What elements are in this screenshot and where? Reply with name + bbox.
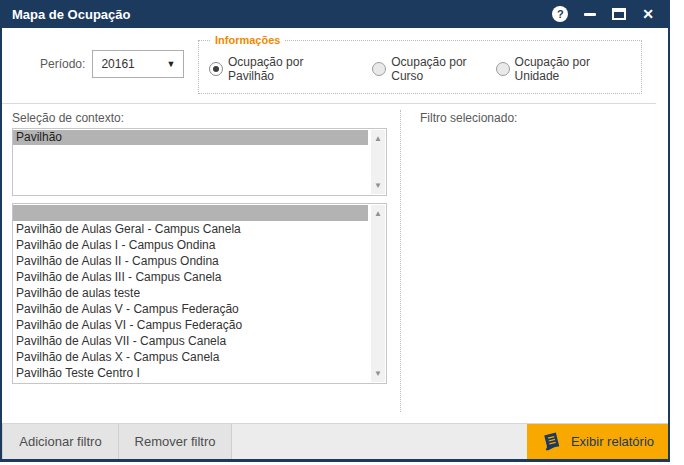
- list-item[interactable]: Pavilhão de Aulas Geral - Campus Canela: [13, 221, 368, 237]
- period-label: Período:: [40, 57, 85, 71]
- title-bar: Mapa de Ocupação ? ✕: [2, 0, 668, 28]
- context-type-listbox[interactable]: Pavilhão ▲ ▼: [12, 128, 387, 196]
- scroll-down-icon[interactable]: ▼: [371, 181, 385, 190]
- restore-icon[interactable]: [612, 8, 626, 20]
- radio-label: Ocupação por Unidade: [515, 55, 631, 83]
- list-item[interactable]: [13, 205, 368, 221]
- list-item[interactable]: Pavilhão de Aulas VII - Campus Canela: [13, 333, 368, 349]
- scroll-up-icon[interactable]: ▲: [371, 134, 385, 143]
- report-document-icon: [539, 429, 563, 453]
- list-item[interactable]: Pavilhão de aulas teste: [13, 285, 368, 301]
- chevron-down-icon: ▼: [166, 59, 175, 69]
- list-item[interactable]: Pavilhão de Aulas X - Campus Canela: [13, 349, 368, 365]
- scrollbar[interactable]: ▲ ▼: [369, 130, 385, 194]
- radio-label: Ocupação por Curso: [391, 55, 495, 83]
- list-item[interactable]: Pavilhão de Aulas VI - Campus Federação: [13, 317, 368, 333]
- show-report-label: Exibir relatório: [571, 434, 654, 449]
- list-item[interactable]: Pavilhão: [13, 130, 368, 145]
- context-selection-label: Seleção de contexto:: [12, 111, 124, 125]
- radio-icon: [496, 62, 510, 76]
- informacoes-legend: Informações: [211, 34, 284, 46]
- list-item[interactable]: Pavilhão de Aulas I - Campus Ondina: [13, 237, 368, 253]
- scroll-down-icon[interactable]: ▼: [371, 369, 385, 378]
- help-icon[interactable]: ?: [552, 6, 568, 22]
- show-report-button[interactable]: Exibir relatório: [527, 424, 668, 459]
- header-section: Período: 20161 ▼ Informações Ocupação po…: [2, 28, 656, 104]
- period-select[interactable]: 20161 ▼: [92, 50, 184, 78]
- scrollbar[interactable]: ▲ ▼: [369, 205, 385, 382]
- radio-option[interactable]: Ocupação por Curso: [372, 55, 495, 83]
- footer-bar: Adicionar filtro Remover filtro Exibir r…: [2, 423, 668, 459]
- report-type-radios: Ocupação por Pavilhão Ocupação por Curso…: [209, 55, 631, 83]
- main-section: Seleção de contexto: Filtro selecionado:…: [2, 104, 668, 423]
- list-item[interactable]: Pavilhão de Aulas III - Campus Canela: [13, 269, 368, 285]
- radio-icon: [209, 62, 223, 76]
- add-filter-button[interactable]: Adicionar filtro: [2, 424, 119, 459]
- vertical-separator: [400, 110, 401, 412]
- window-title: Mapa de Ocupação: [2, 7, 552, 22]
- minimize-icon[interactable]: [584, 13, 596, 16]
- remove-filter-button[interactable]: Remover filtro: [119, 424, 232, 459]
- list-item[interactable]: Pavilhão Teste Centro I: [13, 365, 368, 381]
- list-item[interactable]: Pavilhão de Aulas II - Campus Ondina: [13, 253, 368, 269]
- scroll-up-icon[interactable]: ▲: [371, 209, 385, 218]
- pavilions-listbox[interactable]: Pavilhão de Aulas Geral - Campus Canela …: [12, 203, 387, 384]
- radio-option[interactable]: Ocupação por Unidade: [496, 55, 631, 83]
- mapa-ocupacao-dialog: Mapa de Ocupação ? ✕ Período: 20161 ▼ In…: [0, 0, 670, 462]
- informacoes-fieldset: Informações Ocupação por Pavilhão Ocupaç…: [198, 34, 642, 94]
- radio-option[interactable]: Ocupação por Pavilhão: [209, 55, 340, 83]
- radio-icon: [372, 62, 386, 76]
- selected-filter-label: Filtro selecionado:: [420, 111, 517, 125]
- radio-label: Ocupação por Pavilhão: [228, 55, 340, 83]
- list-item[interactable]: Pavilhão de Aulas V - Campus Federação: [13, 301, 368, 317]
- close-icon[interactable]: ✕: [642, 7, 654, 21]
- period-value: 20161: [101, 57, 134, 71]
